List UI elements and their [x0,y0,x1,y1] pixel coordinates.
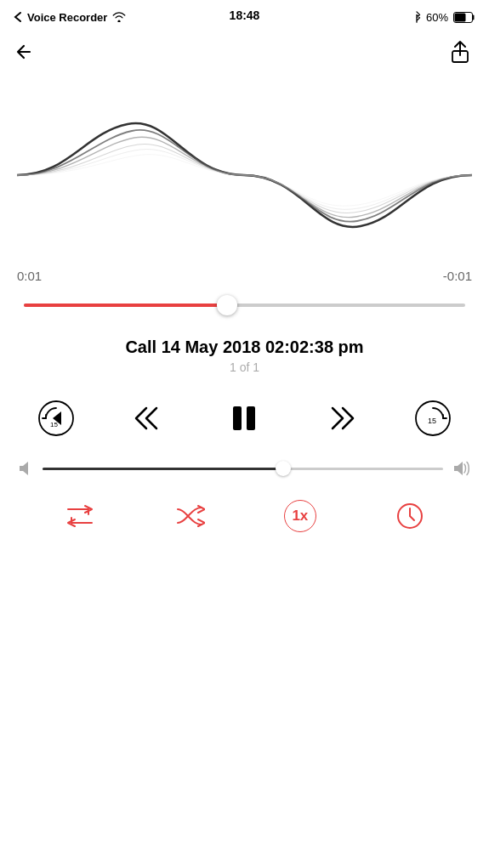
status-bar: Voice Recorder 18:48 60% [0,0,489,31]
volume-high-icon [452,461,472,476]
wifi-icon [112,12,126,22]
status-right: 60% [412,11,475,24]
volume-section [0,457,489,479]
volume-track[interactable] [43,468,443,470]
share-icon [450,40,470,64]
forward-icon: 15 [414,400,452,437]
play-pause-button[interactable] [222,396,266,440]
svg-text:15: 15 [428,417,436,425]
volume-fill [43,468,283,470]
skip-forward-icon [324,403,355,434]
history-icon [395,502,424,530]
repeat-icon [65,502,95,530]
speed-button[interactable]: 1x [284,500,316,532]
playback-controls: 15 15 [0,379,489,457]
battery-icon [453,12,475,23]
playback-slider-section [0,283,489,321]
back-button[interactable] [14,38,41,65]
waveform-svg[interactable] [17,107,472,243]
shuffle-icon [174,502,205,530]
back-arrow-icon [14,11,22,23]
top-nav [0,31,489,73]
bottom-controls: 1x [0,479,489,549]
svg-marker-10 [454,462,463,475]
track-info: Call 14 May 2018 02:02:38 pm 1 of 1 [0,321,489,379]
playback-slider-track[interactable] [24,304,465,307]
skip-back-button[interactable] [131,400,168,437]
repeat-button[interactable] [65,502,95,530]
svg-text:15: 15 [50,421,58,428]
track-title: Call 14 May 2018 02:02:38 pm [17,338,472,357]
svg-marker-9 [20,462,28,475]
svg-rect-6 [247,406,255,430]
rewind-icon: 15 [37,400,75,437]
forward-button[interactable]: 15 [412,398,453,439]
track-count: 1 of 1 [17,360,472,374]
battery-percent: 60% [426,11,448,24]
rewind-button[interactable]: 15 [36,398,77,439]
app-name: Voice Recorder [27,11,107,24]
bluetooth-icon [412,11,421,23]
skip-back-icon [134,403,165,434]
playback-slider-fill [24,304,227,307]
history-button[interactable] [395,502,424,530]
volume-thumb[interactable] [276,461,291,476]
pause-icon [226,400,262,436]
svg-rect-1 [455,13,466,21]
volume-low-icon [17,461,34,476]
waveform-container [0,73,489,277]
playback-slider-thumb[interactable] [217,295,237,315]
svg-rect-5 [233,406,242,430]
share-button[interactable] [445,37,475,67]
skip-forward-button[interactable] [321,400,358,437]
status-left: Voice Recorder [14,11,126,24]
shuffle-button[interactable] [174,502,205,530]
status-time: 18:48 [230,9,260,22]
